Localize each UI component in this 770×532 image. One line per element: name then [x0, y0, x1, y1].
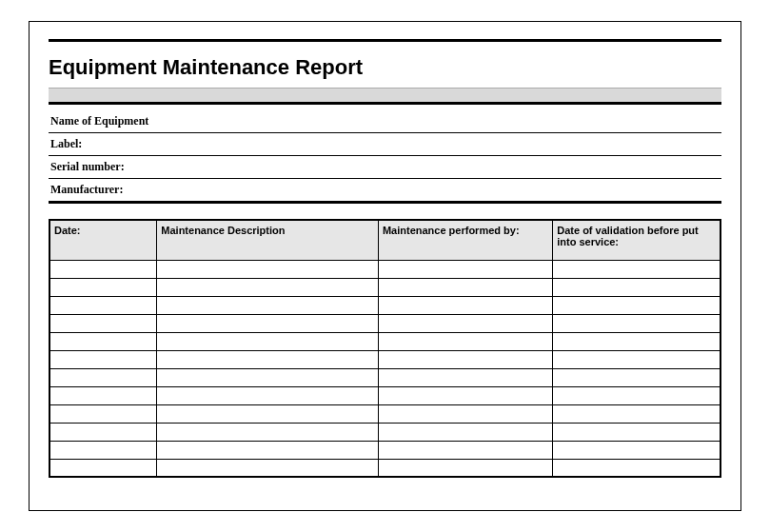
table-cell	[553, 350, 721, 368]
table-cell	[553, 278, 721, 296]
table-row	[49, 423, 721, 441]
table-cell	[553, 368, 721, 386]
table-cell	[157, 350, 379, 368]
document-page: Equipment Maintenance Report Name of Equ…	[29, 21, 741, 511]
report-title: Equipment Maintenance Report	[49, 55, 721, 80]
maintenance-log-table: Date: Maintenance Description Maintenanc…	[49, 219, 721, 478]
table-row	[49, 386, 721, 404]
table-cell	[49, 441, 157, 459]
table-cell	[378, 386, 552, 404]
table-row	[49, 278, 721, 296]
table-cell	[378, 423, 552, 441]
table-row	[49, 260, 721, 278]
info-row: Serial number:	[49, 156, 721, 179]
table-cell	[157, 386, 379, 404]
table-cell	[49, 278, 157, 296]
table-cell	[157, 404, 379, 423]
table-cell	[378, 368, 552, 386]
info-label: Serial number:	[49, 156, 371, 179]
info-label: Manufacturer:	[49, 179, 371, 203]
table-cell	[553, 459, 721, 477]
table-cell	[49, 459, 157, 477]
table-cell	[553, 386, 721, 404]
table-row	[49, 459, 721, 477]
table-cell	[553, 296, 721, 314]
table-cell	[553, 423, 721, 441]
table-cell	[157, 459, 379, 477]
table-row	[49, 296, 721, 314]
table-cell	[378, 260, 552, 278]
table-cell	[157, 260, 379, 278]
table-row	[49, 441, 721, 459]
col-description-header: Maintenance Description	[157, 220, 379, 260]
table-cell	[378, 459, 552, 477]
col-performed-by-header: Maintenance performed by:	[378, 220, 552, 260]
table-cell	[157, 314, 379, 332]
table-cell	[49, 350, 157, 368]
table-cell	[553, 404, 721, 423]
table-cell	[49, 423, 157, 441]
info-value	[371, 179, 721, 203]
table-row	[49, 332, 721, 350]
info-row: Name of Equipment	[49, 110, 721, 133]
table-cell	[49, 314, 157, 332]
table-cell	[49, 296, 157, 314]
title-band	[49, 88, 721, 105]
table-cell	[49, 404, 157, 423]
table-cell	[553, 260, 721, 278]
table-cell	[378, 332, 552, 350]
col-date-header: Date:	[49, 220, 157, 260]
table-cell	[553, 314, 721, 332]
info-row: Label:	[49, 133, 721, 156]
table-cell	[157, 441, 379, 459]
table-cell	[157, 332, 379, 350]
table-row	[49, 350, 721, 368]
table-row	[49, 314, 721, 332]
table-cell	[157, 296, 379, 314]
info-value	[371, 110, 721, 133]
table-cell	[378, 314, 552, 332]
equipment-info-table: Name of EquipmentLabel:Serial number:Man…	[49, 110, 721, 204]
col-validation-date-header: Date of validation before put into servi…	[553, 220, 721, 260]
table-row	[49, 404, 721, 423]
top-rule	[49, 39, 721, 42]
table-row	[49, 368, 721, 386]
table-cell	[157, 278, 379, 296]
table-cell	[553, 332, 721, 350]
log-header-row: Date: Maintenance Description Maintenanc…	[49, 220, 721, 260]
table-cell	[553, 441, 721, 459]
table-cell	[378, 441, 552, 459]
info-value	[371, 156, 721, 179]
info-row: Manufacturer:	[49, 179, 721, 203]
table-cell	[49, 260, 157, 278]
table-cell	[378, 350, 552, 368]
table-cell	[49, 386, 157, 404]
table-cell	[378, 278, 552, 296]
table-cell	[157, 423, 379, 441]
info-label: Name of Equipment	[49, 110, 371, 133]
info-label: Label:	[49, 133, 371, 156]
table-cell	[378, 296, 552, 314]
info-value	[371, 133, 721, 156]
table-cell	[49, 368, 157, 386]
table-cell	[378, 404, 552, 423]
table-cell	[157, 368, 379, 386]
table-cell	[49, 332, 157, 350]
